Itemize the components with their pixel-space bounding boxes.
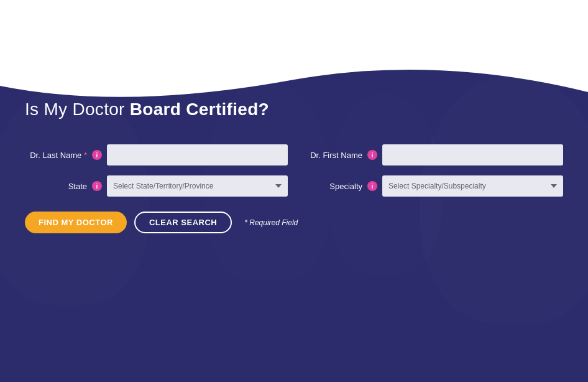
state-group: State i Select State/Territory/Province	[25, 175, 288, 197]
last-name-group: Dr. Last Name * i	[25, 144, 288, 165]
find-doctor-button[interactable]: FIND MY DOCTOR	[25, 212, 127, 233]
name-row: Dr. Last Name * i Dr. First Name i	[25, 144, 563, 165]
state-info-icon[interactable]: i	[92, 181, 102, 191]
state-select[interactable]: Select State/Territory/Province	[107, 175, 288, 197]
search-form: Dr. Last Name * i Dr. First Name i	[25, 144, 563, 233]
title-regular: Is My Doctor	[25, 100, 130, 119]
last-name-label: Dr. Last Name *	[25, 151, 87, 160]
last-name-input[interactable]	[107, 144, 288, 165]
state-label: State	[25, 182, 87, 191]
first-name-label: Dr. First Name	[300, 151, 362, 160]
white-top-section	[0, 0, 588, 62]
first-name-group: Dr. First Name i	[300, 144, 563, 165]
specialty-info-icon[interactable]: i	[367, 181, 377, 191]
required-note: * Required Field	[244, 218, 298, 227]
page-wrapper: Is My Doctor Board Certified? Dr. Last N…	[0, 0, 588, 382]
page-title: Is My Doctor Board Certified?	[25, 100, 563, 119]
first-name-input[interactable]	[382, 144, 563, 165]
filter-row: State i Select State/Territory/Province …	[25, 175, 563, 197]
title-bold: Board Certified?	[130, 100, 269, 119]
specialty-select[interactable]: Select Specialty/Subspecialty	[382, 175, 563, 197]
content-area: Is My Doctor Board Certified? Dr. Last N…	[0, 100, 588, 233]
required-star: *	[84, 151, 87, 160]
main-section: Is My Doctor Board Certified? Dr. Last N…	[0, 62, 588, 382]
clear-search-button[interactable]: CLEAR SEARCH	[134, 212, 232, 233]
specialty-label: Specialty	[300, 182, 362, 191]
last-name-info-icon[interactable]: i	[92, 150, 102, 160]
buttons-row: FIND MY DOCTOR CLEAR SEARCH * Required F…	[25, 212, 563, 233]
specialty-group: Specialty i Select Specialty/Subspecialt…	[300, 175, 563, 197]
first-name-info-icon[interactable]: i	[367, 150, 377, 160]
